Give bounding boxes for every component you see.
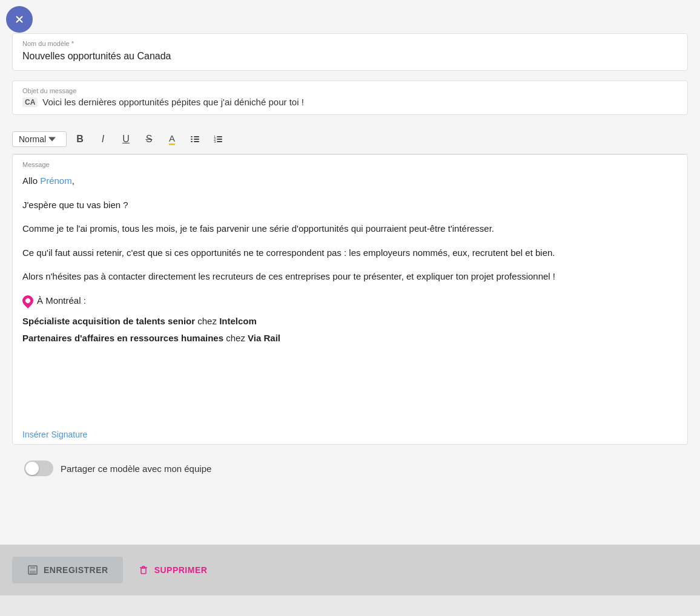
paragraph1: J'espère que tu vas bien ? [22, 197, 678, 213]
location-line: À Montréal : [22, 293, 678, 309]
chevron-down-icon [48, 136, 56, 143]
subject-label: Objet du message [22, 87, 678, 94]
job1-title: Spécialiste acquisition de talents senio… [22, 316, 195, 326]
paragraph2: Comme je te l'ai promis, tous les mois, … [22, 221, 678, 237]
underline-button[interactable]: U [116, 129, 136, 149]
job2-company-prefix: chez [223, 333, 248, 343]
location-pin-icon [20, 293, 35, 308]
subject-value[interactable]: CA Voici les dernières opportunités pépi… [22, 97, 678, 107]
model-name-label: Nom du modèle * [22, 40, 678, 47]
svg-text:3.: 3. [214, 140, 217, 143]
delete-label: SUPPRIMER [154, 565, 208, 575]
save-label: ENREGISTRER [44, 565, 108, 575]
delete-button[interactable]: SUPPRIMER [133, 557, 213, 583]
toggle-knob [25, 462, 39, 475]
save-icon [27, 564, 39, 576]
unordered-list-button[interactable] [185, 129, 205, 149]
share-toggle[interactable] [24, 460, 53, 476]
insert-signature-link[interactable]: Insérer Signature [13, 425, 687, 444]
modal-overlay: Nom du modèle * Nouvelles opportunités a… [0, 0, 700, 616]
svg-rect-7 [194, 141, 199, 142]
italic-button[interactable]: I [93, 129, 113, 149]
bold-button[interactable]: B [70, 129, 90, 149]
close-icon [13, 13, 25, 25]
save-button[interactable]: ENREGISTRER [12, 557, 123, 583]
delete-icon [137, 564, 150, 576]
job1-company-prefix: chez [195, 316, 219, 326]
formatting-toolbar: Normal B I U S A [12, 125, 688, 154]
paragraph4: Alors n'hésites pas à contacter directem… [22, 269, 678, 284]
footer-bar: ENREGISTRER SUPPRIMER [0, 545, 700, 595]
job1-line: Spécialiste acquisition de talents senio… [22, 314, 678, 329]
subject-text: Voici les dernières opportunités pépites… [42, 97, 303, 107]
message-label: Message [13, 155, 687, 171]
location-text: À Montréal : [37, 293, 86, 309]
message-body[interactable]: Allo Prénom, J'espère que tu vas bien ? … [13, 171, 687, 425]
ordered-list-icon: 1. 2. 3. [213, 134, 223, 145]
greeting-prefix: Allo [22, 175, 40, 186]
job1-company: Intelcom [219, 316, 257, 326]
message-area: Message Allo Prénom, J'espère que tu vas… [12, 154, 688, 445]
modal-content: Nom du modèle * Nouvelles opportunités a… [0, 0, 700, 545]
svg-rect-2 [191, 136, 193, 137]
ca-badge: CA [22, 97, 38, 107]
unordered-list-icon [190, 134, 200, 145]
model-name-value[interactable]: Nouvelles opportunités au Canada [22, 50, 678, 63]
job2-line: Partenaires d'affaires en ressources hum… [22, 331, 678, 346]
svg-rect-5 [194, 139, 199, 140]
svg-rect-16 [30, 571, 36, 574]
model-name-field: Nom du modèle * Nouvelles opportunités a… [12, 33, 688, 71]
ordered-list-button[interactable]: 1. 2. 3. [208, 129, 228, 149]
close-button[interactable] [6, 6, 33, 33]
paragraph3: Ce qu'il faut aussi retenir, c'est que s… [22, 245, 678, 261]
svg-rect-13 [217, 141, 222, 142]
subject-field: Objet du message CA Voici les dernières … [12, 80, 688, 115]
svg-rect-15 [30, 566, 35, 569]
greeting-name: Prénom [40, 175, 72, 186]
job2-title: Partenaires d'affaires en ressources hum… [22, 333, 223, 343]
svg-rect-4 [191, 139, 193, 140]
svg-rect-9 [217, 136, 222, 137]
strikethrough-button[interactable]: S [139, 129, 159, 149]
svg-rect-3 [194, 136, 199, 137]
greeting-line: Allo Prénom, [22, 173, 678, 189]
job2-company: Via Rail [248, 333, 280, 343]
share-toggle-section: Partager ce modèle avec mon équipe [12, 450, 688, 487]
text-style-dropdown[interactable]: Normal [12, 131, 67, 147]
greeting-suffix: , [72, 175, 74, 186]
insert-signature-label[interactable]: Insérer Signature [13, 425, 97, 444]
svg-rect-11 [217, 139, 222, 140]
svg-rect-17 [141, 568, 146, 574]
share-label: Partager ce modèle avec mon équipe [61, 464, 211, 474]
highlight-button[interactable]: A [162, 129, 182, 149]
svg-rect-6 [191, 141, 193, 142]
text-style-label: Normal [19, 134, 46, 144]
